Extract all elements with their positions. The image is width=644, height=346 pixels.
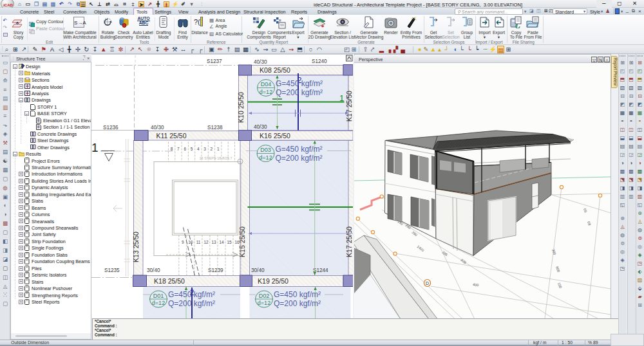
svg-text:40/30: 40/30 <box>151 125 164 131</box>
svg-text:15: 15 <box>227 240 232 244</box>
svg-text:Q=200 kgf/m²: Q=200 kgf/m² <box>274 299 321 308</box>
svg-text:D04: D04 <box>261 81 272 87</box>
svg-text:16 STEPS 18.8/25.7: 16 STEPS 18.8/25.7 <box>200 156 232 160</box>
svg-text:G=450 kgf/m²: G=450 kgf/m² <box>276 145 323 154</box>
svg-text:K11 25/50: K11 25/50 <box>156 132 186 140</box>
svg-text:9: 9 <box>182 240 184 244</box>
svg-text:1: 1 <box>217 147 220 151</box>
svg-text:7: 7 <box>177 147 180 151</box>
svg-text:K16 25/50: K16 25/50 <box>260 132 290 140</box>
svg-text:5: 5 <box>191 147 193 151</box>
svg-text:K18 25/50: K18 25/50 <box>154 277 185 285</box>
svg-text:G=450 kgf/m²: G=450 kgf/m² <box>168 290 215 299</box>
svg-text:K17 25/50: K17 25/50 <box>345 91 353 122</box>
svg-text:2: 2 <box>211 147 213 151</box>
svg-text:K19 25/50: K19 25/50 <box>258 277 289 285</box>
svg-text:D02: D02 <box>259 293 270 299</box>
svg-text:40/30: 40/30 <box>254 59 267 65</box>
svg-text:d=12: d=12 <box>260 89 272 95</box>
svg-text:6: 6 <box>184 147 186 151</box>
svg-text:1: 1 <box>339 93 344 103</box>
svg-text:K13 25/50: K13 25/50 <box>132 232 140 262</box>
svg-text:S1239: S1239 <box>208 268 223 273</box>
svg-text:400: 400 <box>473 282 479 287</box>
svg-text:K08 25/50: K08 25/50 <box>260 66 290 74</box>
svg-text:d=12: d=12 <box>152 300 165 306</box>
svg-text:D03: D03 <box>260 147 271 153</box>
svg-text:13: 13 <box>211 240 216 244</box>
svg-text:S1236: S1236 <box>103 125 118 131</box>
svg-text:14: 14 <box>219 240 224 244</box>
svg-text:Q=200 kgf/m²: Q=200 kgf/m² <box>276 88 323 97</box>
svg-text:d=12: d=12 <box>259 154 272 161</box>
svg-text:12: 12 <box>204 240 209 244</box>
svg-text:8: 8 <box>171 147 173 151</box>
svg-text:S1237: S1237 <box>207 59 222 64</box>
svg-text:S1238: S1238 <box>207 125 223 131</box>
svg-text:1: 1 <box>91 141 99 154</box>
svg-text:30/40: 30/40 <box>147 268 160 273</box>
svg-text:G=450 kgf/m²: G=450 kgf/m² <box>274 290 321 299</box>
svg-text:Q=200 kgf/m²: Q=200 kgf/m² <box>276 154 323 163</box>
svg-text:3: 3 <box>204 147 206 151</box>
svg-text:K15 25/50: K15 25/50 <box>238 226 246 257</box>
svg-text:40/30: 40/30 <box>254 124 267 130</box>
svg-text:d=12: d=12 <box>258 300 270 306</box>
svg-text:K17 25/50: K17 25/50 <box>345 226 353 257</box>
svg-text:G=450 kgf/m²: G=450 kgf/m² <box>276 79 323 88</box>
svg-text:16: 16 <box>235 240 240 244</box>
svg-text:4: 4 <box>197 147 200 151</box>
svg-text:S1240: S1240 <box>312 59 327 64</box>
svg-text:D01: D01 <box>153 293 164 299</box>
svg-text:Q=200 kgf/m²: Q=200 kgf/m² <box>168 299 215 308</box>
svg-text:11: 11 <box>196 240 201 244</box>
svg-text:30/40: 30/40 <box>251 268 265 273</box>
svg-text:D: D <box>426 281 429 286</box>
svg-text:K10 25/50: K10 25/50 <box>237 92 245 123</box>
svg-text:S1235: S1235 <box>104 268 120 273</box>
